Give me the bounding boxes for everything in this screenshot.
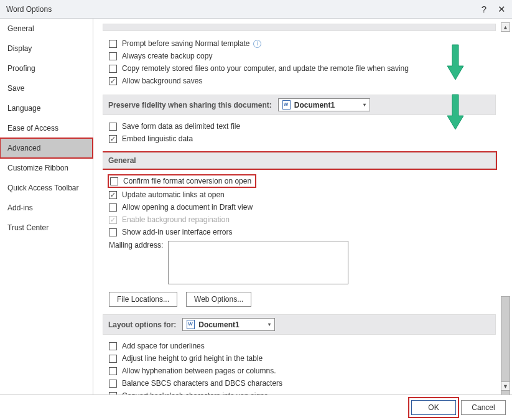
sidebar-item-customize-ribbon[interactable]: Customize Ribbon [0,158,93,178]
option-update-links[interactable]: Update automatic links at open [103,189,496,201]
scroll-down-icon[interactable]: ▼ [501,381,510,391]
layout-doc-select[interactable]: Document1 ▾ [182,318,274,331]
option-label: Update automatic links at open [122,190,225,199]
checkbox-icon[interactable] [110,177,118,185]
sidebar-item-display[interactable]: Display [0,39,93,58]
scroll-up-icon[interactable]: ▲ [501,22,510,32]
sidebar-item-addins[interactable]: Add-ins [0,198,93,218]
option-label: Confirm file format conversion on open [123,177,251,185]
option-addin-errors[interactable]: Show add-in user interface errors [103,226,496,238]
option-label: Convert backslash characters into yen si… [122,391,268,394]
sidebar-item-general[interactable]: General [0,19,93,39]
checkbox-icon[interactable] [109,77,117,85]
option-balance-sbcs-dbcs[interactable]: Balance SBCS characters and DBCS charact… [103,377,496,390]
section-head-general: General [103,152,496,169]
select-value: Document1 [198,320,239,329]
option-embed-linguistic[interactable]: Embed linguistic data [103,133,496,145]
sidebar-item-advanced[interactable]: Advanced [0,138,93,158]
chevron-down-icon: ▾ [243,322,271,327]
checkbox-icon[interactable] [109,40,117,48]
option-label: Allow hyphenation between pages or colum… [122,366,276,375]
option-save-form-data[interactable]: Save form data as delimited text file [103,120,496,133]
option-convert-backslash[interactable]: Convert backslash characters into yen si… [103,390,496,394]
chevron-down-icon: ▾ [338,102,366,108]
section-label: Layout options for: [108,320,176,329]
mailing-address-row: Mailing address: [103,238,496,284]
word-doc-icon [282,100,291,110]
web-options-button[interactable]: Web Options... [186,292,251,307]
cancel-button[interactable]: Cancel [461,400,506,415]
option-label: Allow background saves [122,77,202,85]
option-allow-hyphenation[interactable]: Allow hyphenation between pages or colum… [103,365,496,377]
section-head-layout: Layout options for: Document1 ▾ [103,314,496,335]
option-backup-copy[interactable]: Always create backup copy [103,50,496,62]
checkbox-icon[interactable] [109,65,117,73]
fidelity-doc-select[interactable]: Document1 ▾ [278,98,370,111]
option-allow-draft[interactable]: Allow opening a document in Draft view [103,201,496,213]
checkbox-icon[interactable] [109,52,117,60]
checkbox-icon[interactable] [109,380,117,388]
checkbox-icon[interactable] [109,367,117,375]
close-icon[interactable]: ✕ [498,4,506,15]
window-title: Word Options [6,5,470,14]
word-doc-icon [187,320,195,329]
sidebar: General Display Proofing Save Language E… [0,19,93,394]
select-value: Document1 [294,101,335,110]
checkbox-icon[interactable] [109,135,117,143]
sidebar-item-save[interactable]: Save [0,78,93,98]
section-label: Preserve fidelity when sharing this docu… [108,101,272,110]
option-label: Always create backup copy [122,52,212,60]
scrollbar[interactable]: ▲ ▼ [501,22,510,391]
section-label: General [108,156,136,165]
mailing-address-input[interactable] [168,241,348,284]
help-icon[interactable]: ? [482,4,486,14]
titlebar: Word Options ? ✕ [0,0,512,19]
sidebar-item-language[interactable]: Language [0,98,93,118]
option-label: Balance SBCS characters and DBCS charact… [122,379,282,388]
mailing-label: Mailing address: [109,241,163,250]
annotation-arrow-icon [446,93,462,131]
checkbox-icon[interactable] [109,392,117,395]
sidebar-item-ease-of-access[interactable]: Ease of Access [0,118,93,138]
option-copy-remote[interactable]: Copy remotely stored files onto your com… [103,62,496,75]
option-label: Adjust line height to grid height in the… [122,354,263,363]
option-label: Show add-in user interface errors [122,228,232,236]
checkbox-icon[interactable] [109,191,117,199]
option-label: Add space for underlines [122,342,205,350]
scroll-thumb[interactable] [501,296,510,396]
annotation-arrow-icon [446,44,462,81]
file-locations-button[interactable]: File Locations... [109,292,177,307]
checkbox-icon[interactable] [109,342,117,350]
info-icon[interactable]: i [253,40,261,48]
option-label: Embed linguistic data [122,134,193,143]
sidebar-item-quick-access[interactable]: Quick Access Toolbar [0,178,93,198]
sidebar-item-proofing[interactable]: Proofing [0,58,93,78]
sidebar-item-trust-center[interactable]: Trust Center [0,218,93,238]
dialog-footer: OK Cancel [0,395,512,420]
checkbox-icon [109,216,117,224]
checkbox-icon[interactable] [109,123,117,131]
option-adjust-line-height[interactable]: Adjust line height to grid height in the… [103,352,496,365]
option-allow-bg-saves[interactable]: Allow background saves [103,75,496,87]
option-add-space-underlines[interactable]: Add space for underlines [103,340,496,352]
option-prompt-normal[interactable]: Prompt before saving Normal template i [103,37,496,50]
ok-button[interactable]: OK [411,400,456,415]
option-label: Allow opening a document in Draft view [122,203,253,212]
checkbox-icon[interactable] [109,228,117,236]
section-head-fidelity: Preserve fidelity when sharing this docu… [103,95,496,115]
option-label: Prompt before saving Normal template [122,39,249,48]
option-label: Copy remotely stored files onto your com… [122,64,409,73]
option-label: Save form data as delimited text file [122,122,240,131]
section-head-save [103,24,496,31]
option-enable-bg-repag: Enable background repagination [103,213,496,226]
option-confirm-conversion[interactable]: Confirm file format conversion on open [103,174,496,189]
checkbox-icon[interactable] [109,355,117,363]
checkbox-icon[interactable] [109,203,117,212]
option-label: Enable background repagination [122,215,230,224]
